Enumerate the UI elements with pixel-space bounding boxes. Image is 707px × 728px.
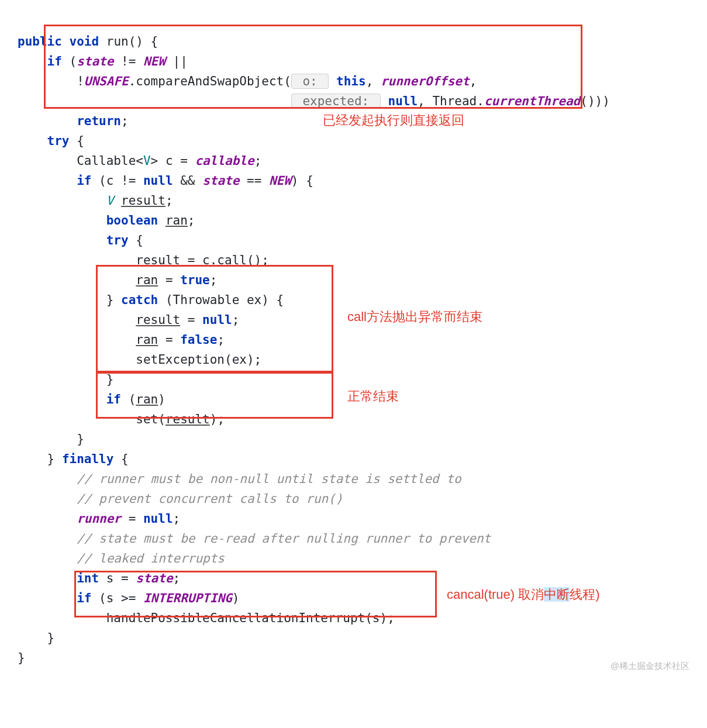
line-32: } <box>18 651 25 665</box>
line-5: return; <box>18 114 129 128</box>
watermark: @稀土掘金技术社区 <box>611 656 689 676</box>
line-11: try { <box>18 233 143 247</box>
line-18: } <box>18 372 113 387</box>
line-31: } <box>18 631 54 645</box>
annotation-4: cancal(true) 取消中断线程) <box>447 585 600 605</box>
line-24: // prevent concurrent calls to run() <box>18 492 343 506</box>
line-6: try { <box>18 134 84 148</box>
annotation-1: 已经发起执行则直接返回 <box>323 111 464 130</box>
line-12: result = c.call(); <box>18 253 269 267</box>
line-30: handlePossibleCancellationInterrupt(s); <box>18 611 395 625</box>
annotation-2: call方法抛出异常而结束 <box>347 307 482 327</box>
line-13: ran = true; <box>18 273 217 287</box>
line-7: Callable<V> c = callable; <box>18 154 261 168</box>
line-20: set(result); <box>18 412 225 426</box>
line-4: expected: null, Thread.currentThread())) <box>18 94 610 109</box>
annotation-3: 正常结束 <box>347 387 399 406</box>
line-17: setException(ex); <box>18 353 261 367</box>
line-1: public void run() { <box>18 34 158 49</box>
line-28: int s = state; <box>18 571 180 585</box>
line-2: if (state != NEW || <box>18 54 188 68</box>
line-15: result = null; <box>18 313 239 327</box>
line-9: V result; <box>18 194 173 208</box>
line-8: if (c != null && state == NEW) { <box>18 174 313 188</box>
line-19: if (ran) <box>18 392 165 406</box>
line-25: runner = null; <box>18 512 180 526</box>
line-3: !UNSAFE.compareAndSwapObject( o: this, r… <box>18 74 477 89</box>
line-16: ran = false; <box>18 333 225 347</box>
line-10: boolean ran; <box>18 213 195 227</box>
line-26: // state must be re-read after nulling r… <box>18 532 491 546</box>
line-21: } <box>18 432 84 446</box>
line-23: // runner must be non-null until state i… <box>18 472 461 486</box>
line-27: // leaked interrupts <box>18 551 225 565</box>
line-29: if (s >= INTERRUPTING) <box>18 591 239 605</box>
line-14: } catch (Throwable ex) { <box>18 293 284 307</box>
line-22: } finally { <box>18 452 129 466</box>
